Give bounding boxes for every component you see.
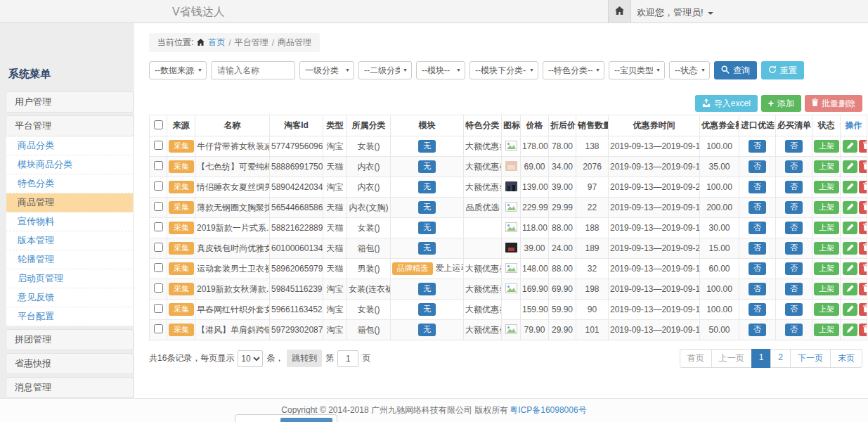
- delete-button[interactable]: [859, 222, 867, 234]
- delete-button[interactable]: [859, 303, 867, 316]
- must-buy-toggle[interactable]: 否: [785, 283, 803, 295]
- page-button[interactable]: 末页: [830, 349, 862, 368]
- imported-toggle[interactable]: 否: [749, 324, 766, 335]
- import-excel-button[interactable]: 导入excel: [695, 95, 758, 112]
- status-badge[interactable]: 上架: [814, 201, 839, 213]
- filter-select[interactable]: 一级分类: [299, 61, 354, 79]
- filter-select[interactable]: --状态--: [669, 61, 710, 79]
- status-badge[interactable]: 上架: [814, 181, 839, 193]
- jump-to-button[interactable]: 跳转到: [287, 350, 322, 367]
- module-none-badge[interactable]: 无: [418, 242, 436, 254]
- row-checkbox[interactable]: [154, 161, 163, 170]
- must-buy-toggle[interactable]: 否: [785, 201, 803, 213]
- module-none-badge[interactable]: 无: [418, 303, 436, 315]
- page-button[interactable]: 首页: [680, 349, 712, 368]
- must-buy-toggle[interactable]: 否: [785, 222, 803, 234]
- status-badge[interactable]: 上架: [814, 242, 839, 254]
- edit-button[interactable]: [843, 140, 857, 153]
- module-none-badge[interactable]: 无: [418, 222, 436, 234]
- row-checkbox[interactable]: [154, 304, 163, 313]
- status-badge[interactable]: 上架: [814, 283, 839, 295]
- must-buy-toggle[interactable]: 否: [785, 140, 803, 152]
- status-badge[interactable]: 上架: [814, 303, 839, 315]
- imported-toggle[interactable]: 否: [749, 201, 766, 213]
- batch-delete-button[interactable]: 批量删除: [805, 95, 862, 112]
- imported-toggle[interactable]: 否: [749, 181, 766, 193]
- sidebar-item[interactable]: 拼团管理: [6, 329, 134, 350]
- must-buy-toggle[interactable]: 否: [785, 242, 803, 254]
- row-checkbox[interactable]: [154, 324, 163, 333]
- sidebar-item[interactable]: 商品分类: [6, 136, 134, 155]
- edit-button[interactable]: [843, 283, 857, 295]
- search-button[interactable]: 查询: [714, 61, 757, 79]
- sidebar-item[interactable]: 省惠快报: [6, 353, 134, 374]
- edit-button[interactable]: [843, 222, 857, 234]
- imported-toggle[interactable]: 否: [749, 283, 766, 295]
- filter-select[interactable]: --二级分类--: [358, 61, 412, 79]
- module-none-badge[interactable]: 无: [418, 283, 436, 295]
- page-button[interactable]: 上一页: [711, 349, 752, 368]
- edit-button[interactable]: [843, 160, 857, 173]
- status-badge[interactable]: 上架: [814, 324, 839, 335]
- imported-toggle[interactable]: 否: [749, 303, 766, 315]
- row-checkbox[interactable]: [154, 181, 163, 191]
- filter-select[interactable]: --宝贝类型--: [609, 61, 665, 79]
- imported-toggle[interactable]: 否: [749, 242, 766, 254]
- sidebar-item[interactable]: 启动页管理: [6, 269, 134, 288]
- sidebar-item[interactable]: 轮播管理: [6, 250, 134, 269]
- sidebar-item[interactable]: 模块商品分类: [6, 155, 134, 174]
- edit-button[interactable]: [843, 324, 857, 336]
- module-none-badge[interactable]: 无: [418, 140, 436, 152]
- reset-button[interactable]: 重置: [761, 61, 804, 79]
- sidebar-item[interactable]: 特色分类: [6, 174, 134, 193]
- imported-toggle[interactable]: 否: [749, 262, 766, 274]
- per-page-select[interactable]: 10: [238, 350, 263, 367]
- page-button[interactable]: 2: [770, 349, 791, 368]
- sidebar-item[interactable]: 消息管理: [6, 377, 134, 398]
- status-badge[interactable]: 上架: [814, 160, 839, 172]
- breadcrumb-home-link[interactable]: 首页: [208, 37, 225, 49]
- home-button[interactable]: [608, 0, 631, 23]
- filter-select[interactable]: --特色分类--: [543, 61, 604, 79]
- status-badge[interactable]: 上架: [814, 262, 839, 274]
- sidebar-item[interactable]: 平台配置: [6, 307, 134, 326]
- edit-button[interactable]: [843, 242, 857, 255]
- status-badge[interactable]: 上架: [814, 222, 839, 234]
- module-none-badge[interactable]: 无: [418, 201, 436, 213]
- sidebar-item[interactable]: 意见反馈: [6, 288, 134, 307]
- row-checkbox[interactable]: [154, 263, 163, 272]
- edit-button[interactable]: [843, 201, 857, 214]
- delete-button[interactable]: [859, 242, 867, 255]
- page-button[interactable]: 下一页: [790, 349, 831, 368]
- imported-toggle[interactable]: 否: [749, 160, 766, 172]
- delete-button[interactable]: [859, 262, 867, 275]
- delete-button[interactable]: [859, 140, 867, 153]
- must-buy-toggle[interactable]: 否: [785, 324, 803, 335]
- sidebar-item[interactable]: 宣传物料: [6, 212, 134, 231]
- must-buy-toggle[interactable]: 否: [785, 181, 803, 193]
- edit-button[interactable]: [843, 303, 857, 316]
- imported-toggle[interactable]: 否: [749, 140, 766, 152]
- user-menu[interactable]: 欢迎您，管理员!: [637, 6, 713, 19]
- must-buy-toggle[interactable]: 否: [785, 262, 803, 274]
- filter-select[interactable]: --模块--: [416, 61, 465, 79]
- select-all-checkbox[interactable]: [154, 120, 163, 129]
- add-button[interactable]: + 添加: [761, 95, 801, 112]
- row-checkbox[interactable]: [154, 202, 163, 211]
- module-none-badge[interactable]: 无: [418, 181, 436, 193]
- sidebar-item[interactable]: 用户管理: [6, 91, 134, 113]
- imported-toggle[interactable]: 否: [749, 222, 766, 234]
- delete-button[interactable]: [859, 181, 867, 193]
- must-buy-toggle[interactable]: 否: [785, 160, 803, 172]
- delete-button[interactable]: [859, 283, 867, 295]
- sidebar-item[interactable]: 商品管理: [6, 193, 134, 212]
- icp-link[interactable]: 粤ICP备16098006号: [510, 404, 586, 416]
- sidebar-item[interactable]: 版本管理: [6, 231, 134, 250]
- delete-button[interactable]: [859, 201, 867, 214]
- page-button[interactable]: 1: [751, 349, 772, 368]
- page-number-input[interactable]: [337, 350, 358, 367]
- row-checkbox[interactable]: [154, 283, 163, 293]
- sidebar-item[interactable]: 平台管理: [6, 115, 134, 136]
- row-checkbox[interactable]: [154, 141, 163, 150]
- row-checkbox[interactable]: [154, 222, 163, 231]
